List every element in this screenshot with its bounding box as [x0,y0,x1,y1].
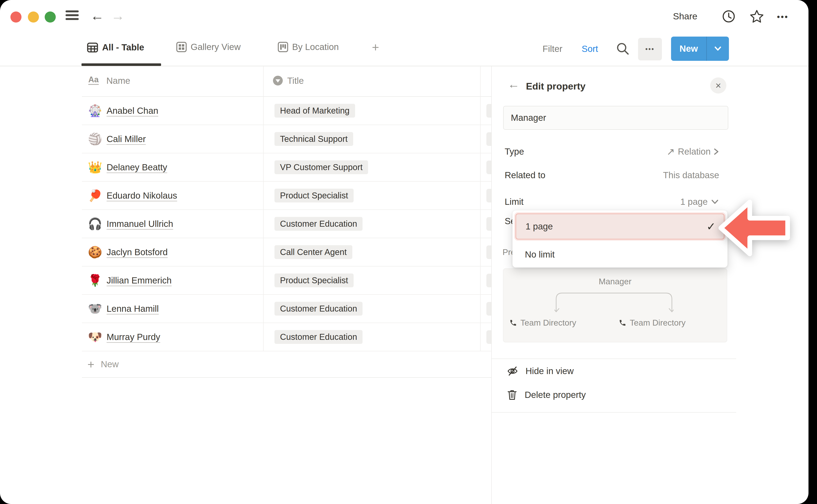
tab-label: By Location [292,42,339,52]
title-tag[interactable]: Product Specialist [274,189,353,202]
table-row[interactable]: 🏐 Cali Miller Technical Support [82,125,492,153]
preview-child-label: Team Directory [630,318,686,327]
panel-title: Edit property [526,81,586,92]
traffic-light-close[interactable] [10,11,21,23]
panel-row-related-to[interactable]: Related to This database [505,168,719,182]
filter-button[interactable]: Filter [543,44,562,54]
dropdown-option-1-page[interactable]: 1 page ✓ [516,214,724,239]
sort-button[interactable]: Sort [582,44,598,54]
relation-pill-sliver [487,104,492,118]
dropdown-option-no-limit[interactable]: No limit [525,244,555,265]
relation-pill-sliver [487,189,492,202]
title-tag[interactable]: Product Specialist [274,273,353,287]
panel-row-type[interactable]: Type ↗ Relation [505,145,719,159]
new-button-label[interactable]: New [671,37,706,61]
title-tag[interactable]: Call Center Agent [274,245,352,259]
limit-dropdown-menu: 1 page ✓ No limit [512,210,728,268]
relation-pill-sliver [487,302,492,316]
column-header-name[interactable]: Name [106,76,130,86]
row-name-link[interactable]: Jillian Emmerich [107,266,172,294]
title-tag[interactable]: Technical Support [274,132,353,146]
traffic-light-zoom[interactable] [45,11,56,23]
table-row[interactable]: 🐶 Murray Purdy Customer Education [82,323,492,351]
row-label: Limit [505,197,524,207]
tab-gallery-view[interactable]: Gallery View [176,42,241,52]
screenshot-stage: ← → Share ••• All - Table [0,0,817,504]
action-label: Delete property [525,390,586,400]
table-row[interactable]: 🍪 Jaclyn Botsford Call Center Agent [82,238,492,266]
row-name-link[interactable]: Eduardo Nikolaus [107,182,177,209]
row-emoji-icon: 🐨 [88,295,102,323]
traffic-light-minimize[interactable] [28,11,39,23]
panel-section-divider [492,412,736,413]
row-name-link[interactable]: Cali Miller [107,125,146,153]
new-button[interactable]: New [671,37,729,61]
table-row[interactable]: 🌹 Jillian Emmerich Product Specialist [82,266,492,295]
row-value: 1 page [680,197,708,207]
panel-section-divider [492,359,736,359]
more-options-icon[interactable]: ••• [777,12,789,21]
title-tag[interactable]: Customer Education [274,217,362,231]
row-name-link[interactable]: Anabel Chan [107,97,158,125]
row-label: Related to [505,170,545,180]
share-button[interactable]: Share [673,11,697,21]
row-label: Type [505,147,524,157]
relation-branch-lines [555,289,674,315]
property-name-input[interactable]: Manager [503,106,728,130]
row-emoji-icon: 🍪 [88,238,102,266]
option-label: 1 page [526,221,553,232]
tab-by-location[interactable]: By Location [278,42,339,52]
hide-in-view-button[interactable]: Hide in view [507,364,574,378]
check-icon: ✓ [706,220,716,233]
board-view-icon [278,42,288,52]
row-name-link[interactable]: Immanuel Ullrich [107,210,173,238]
tab-all-table[interactable]: All - Table [87,42,144,53]
table-row[interactable]: 👑 Delaney Beatty VP Customer Support [82,153,492,182]
column-header-title[interactable]: Title [287,76,304,86]
table-row[interactable]: 🎧 Immanuel Ullrich Customer Education [82,210,492,238]
preview-child-left: Team Directory [509,318,576,327]
title-tag[interactable]: VP Customer Support [274,160,368,174]
table-row[interactable]: 🐨 Lenna Hamill Customer Education [82,295,492,323]
row-name-link[interactable]: Murray Purdy [107,323,160,351]
view-options-button[interactable]: ••• [638,38,662,60]
panel-divider[interactable] [491,66,492,504]
action-label: Hide in view [526,366,574,376]
panel-back-icon[interactable]: ← [508,78,520,90]
row-name-link[interactable]: Lenna Hamill [107,295,159,323]
table-row[interactable]: 🎡 Anabel Chan Head of Marketing [82,97,492,125]
trash-icon [507,389,518,401]
search-icon[interactable] [616,42,630,56]
row-name-link[interactable]: Jaclyn Botsford [107,238,168,266]
row-emoji-icon: 🐶 [88,323,102,351]
row-emoji-icon: 🎧 [88,210,102,238]
title-tag[interactable]: Customer Education [274,330,362,344]
close-icon: × [716,80,721,91]
add-view-button[interactable]: + [372,40,379,54]
relation-pill-sliver [487,217,492,231]
table-view-icon [87,42,98,53]
row-value: This database [663,170,719,180]
chevron-down-icon [714,46,722,51]
new-row-button[interactable]: + New [82,351,492,378]
back-arrow-icon[interactable]: ← [90,9,104,23]
favorite-star-icon[interactable] [749,9,764,24]
relation-pill-sliver [487,274,492,287]
clock-icon[interactable] [722,9,736,23]
menu-icon[interactable] [66,10,79,22]
panel-row-limit[interactable]: Limit 1 page [505,195,719,209]
forward-arrow-icon[interactable]: → [111,9,125,23]
new-button-dropdown[interactable] [707,37,729,61]
row-name-link[interactable]: Delaney Beatty [107,153,167,181]
panel-close-button[interactable]: × [710,77,726,94]
title-tag[interactable]: Head of Marketing [274,104,355,118]
delete-property-button[interactable]: Delete property [507,388,586,402]
name-property-icon: Aa [88,75,99,85]
phone-icon [509,319,517,327]
plus-icon: + [87,357,94,371]
table-row[interactable]: 🏓 Eduardo Nikolaus Product Specialist [82,182,492,210]
relation-pill-sliver [487,132,492,146]
app-window: ← → Share ••• All - Table [0,0,808,504]
chevron-right-icon [714,147,719,156]
title-tag[interactable]: Customer Education [274,302,362,316]
